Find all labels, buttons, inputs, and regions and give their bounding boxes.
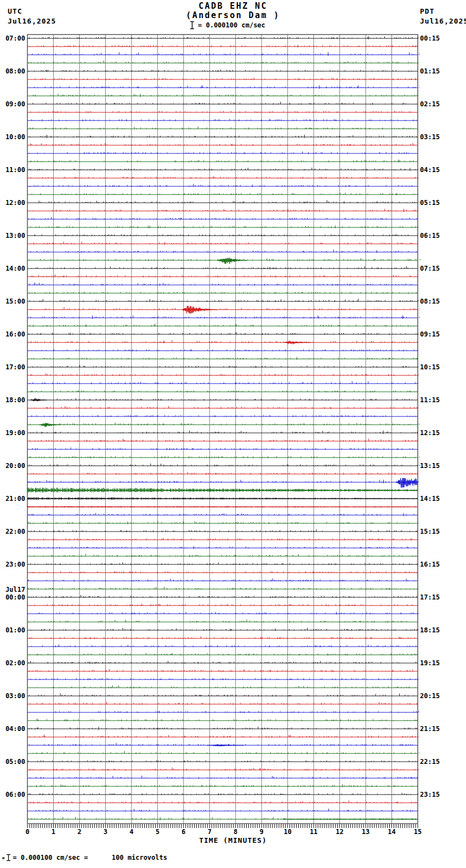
left-hour-label: 00:00 [0, 593, 25, 602]
trace-row-33 [27, 307, 419, 310]
x-tick-label: 8 [225, 828, 247, 836]
left-hour-label: 06:00 [0, 791, 25, 799]
trace-row-25 [27, 242, 418, 245]
trace-row-57 [27, 506, 418, 507]
trace-row-6 [27, 85, 419, 89]
trace-row-74 [27, 644, 418, 647]
left-hour-label: 20:00 [0, 462, 25, 470]
trace-row-72 [27, 628, 418, 631]
seismogram-trace-canvas [0, 0, 466, 868]
trace-row-68 [27, 595, 418, 598]
x-tick-label: 1 [42, 828, 64, 836]
trace-row-44 [27, 398, 418, 401]
trace-row-28 [27, 266, 418, 270]
trace-row-18 [27, 184, 418, 187]
left-date-label: Jul17 [0, 586, 25, 594]
trace-row-49 [27, 439, 418, 442]
event-burst [218, 258, 248, 264]
left-hour-label: 07:00 [0, 35, 25, 43]
trace-row-4 [27, 70, 418, 72]
trace-row-48 [27, 431, 418, 435]
trace-row-1 [27, 45, 418, 47]
footer-scale-bar-icon [6, 854, 11, 861]
trace-row-81 [27, 702, 418, 705]
right-hour-label: 01:15 [420, 67, 440, 76]
trace-row-10 [27, 119, 418, 121]
trace-row-88 [27, 761, 418, 762]
trace-row-52 [27, 464, 419, 466]
trace-row-24 [27, 235, 418, 236]
trace-row-82 [27, 711, 419, 713]
trace-row-60 [27, 529, 418, 532]
footer-prefix-glyph: m [2, 856, 4, 860]
x-axis-title: TIME (MINUTES) [0, 836, 466, 844]
x-tick-label: 0 [16, 828, 38, 836]
trace-row-66 [27, 579, 418, 581]
event-burst [39, 423, 60, 427]
x-tick-label: 4 [121, 828, 143, 836]
right-hour-label: 12:15 [420, 429, 440, 437]
x-tick-label: 12 [329, 828, 351, 836]
left-hour-label: 12:00 [0, 199, 25, 207]
trace-row-14 [27, 152, 418, 154]
right-hour-label: 21:15 [420, 725, 440, 733]
left-hour-label: 05:00 [0, 758, 25, 766]
x-tick-label: 14 [381, 828, 403, 836]
trace-row-34 [27, 316, 419, 319]
trace-row-83 [27, 718, 418, 721]
trace-row-58 [27, 513, 418, 516]
right-hour-label: 06:15 [420, 232, 440, 240]
trace-row-85 [27, 735, 419, 738]
trace-row-29 [27, 275, 418, 277]
right-hour-label: 00:15 [420, 35, 440, 43]
trace-row-38 [27, 350, 418, 352]
right-hour-label: 03:15 [420, 133, 440, 141]
trace-row-19 [27, 193, 418, 195]
left-hour-label: 10:00 [0, 133, 25, 141]
trace-row-2 [27, 53, 419, 56]
trace-row-65 [27, 572, 418, 574]
x-tick-label: 2 [69, 828, 90, 836]
trace-row-94 [27, 809, 418, 812]
trace-row-0 [27, 36, 418, 39]
left-hour-label: 11:00 [0, 166, 25, 174]
trace-row-51 [27, 456, 419, 459]
trace-row-80 [27, 693, 418, 696]
right-hour-label: 22:15 [420, 758, 440, 766]
left-hour-label: 03:00 [0, 692, 25, 700]
trace-row-50 [27, 447, 418, 450]
left-hour-label: 19:00 [0, 429, 25, 437]
right-hour-label: 08:15 [420, 298, 440, 306]
trace-row-13 [27, 143, 418, 146]
x-tick-label: 11 [303, 828, 325, 836]
trace-row-40 [27, 365, 418, 368]
right-hour-label: 04:15 [420, 166, 440, 174]
left-hour-label: 04:00 [0, 725, 25, 733]
left-hour-label: 08:00 [0, 67, 25, 76]
trace-row-59 [27, 521, 418, 524]
trace-row-16 [27, 168, 418, 171]
left-hour-label: 15:00 [0, 298, 25, 306]
event-burst [207, 744, 244, 746]
left-hour-label: 23:00 [0, 561, 25, 569]
trace-row-92 [27, 793, 418, 795]
right-hour-label: 23:15 [420, 791, 440, 799]
trace-row-64 [27, 562, 418, 565]
x-tick-label: 9 [251, 828, 272, 836]
trace-row-42 [27, 381, 418, 384]
footer-scale-note: m = 0.000100 cm/sec = 100 microvolts [2, 854, 167, 861]
trace-row-62 [27, 546, 418, 549]
trace-row-91 [27, 784, 418, 787]
right-hour-label: 19:15 [420, 659, 440, 667]
trace-row-89 [27, 768, 418, 770]
right-hour-label: 15:15 [420, 528, 440, 536]
trace-row-84 [27, 727, 418, 730]
left-hour-label: 16:00 [0, 330, 25, 339]
x-tick-label: 7 [198, 828, 220, 836]
trace-row-36 [27, 332, 418, 335]
trace-row-77 [27, 669, 418, 672]
right-hour-label: 16:15 [420, 561, 440, 569]
trace-row-41 [27, 373, 418, 376]
event-burst [396, 478, 418, 488]
left-hour-label: 13:00 [0, 232, 25, 240]
